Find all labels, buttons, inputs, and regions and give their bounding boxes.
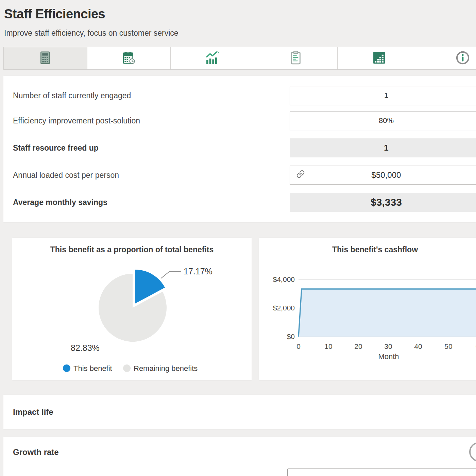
tab-calculator[interactable] [4,47,87,69]
x-tick: 20 [354,342,362,350]
y-tick: $4,000 [273,275,295,283]
x-tick: 0 [296,342,301,350]
staff-engaged-input[interactable]: 1 [290,86,476,105]
form-row: Efficiency improvement post-solution 80% [3,111,476,130]
legend-label-this-benefit: This benefit [73,364,112,373]
cashflow-chart-title: This benefit's cashflow [332,245,418,254]
form-row: Annual loaded cost per person $50,000 [3,166,476,185]
form-row: Number of staff currently engaged 1 [3,86,476,105]
page-title: Staff Efficiencies [4,7,105,21]
annual-cost-value: $50,000 [372,170,401,180]
info-icon [456,51,470,66]
x-tick: 10 [324,342,332,350]
x-tick: 40 [414,342,422,350]
section-impact-life[interactable]: Impact life [3,395,476,429]
legend-swatch-this-benefit [63,364,70,372]
pie-label-secondary: 82.83% [71,343,100,353]
legend-swatch-remaining [123,364,131,372]
benefit-cashflow-chart-card: This benefit's cashflow $4,000 $2,000 $0… [259,238,476,380]
tab-schedule[interactable] [87,47,171,69]
y-tick: $0 [287,333,295,340]
clipboard-icon [290,51,302,66]
schedule-calculator-icon [122,51,136,66]
benefit-cashflow-area-chart: This benefit's cashflow $4,000 $2,000 $0… [259,238,476,380]
monthly-savings-value: $3,333 [290,193,476,212]
growth-rate-input[interactable] [287,469,476,476]
staff-freed-value: 1 [290,138,476,157]
field-label: Staff resource freed up [13,143,99,153]
pie-label-primary: 17.17% [184,267,213,276]
form-row: Staff resource freed up 1 [3,138,476,157]
calculator-icon [39,51,51,66]
efficiency-improvement-input[interactable]: 80% [290,111,476,130]
field-label: Average monthly savings [13,198,107,207]
link-icon[interactable] [296,170,305,181]
trend-chart-icon [205,51,220,66]
benefit-proportion-pie-chart: This benefit as a proportion of total be… [12,238,252,380]
section-label: Growth rate [13,447,59,457]
field-label: Efficiency improvement post-solution [13,116,140,125]
tab-results-chart[interactable] [171,47,254,69]
data-grid-icon [372,51,386,66]
x-axis-label: Month [378,352,399,361]
legend-label-remaining: Remaining benefits [134,364,198,373]
benefit-inputs-card: Number of staff currently engaged 1 Effi… [3,76,476,222]
benefit-proportion-chart-card: This benefit as a proportion of total be… [12,238,252,380]
form-row: Average monthly savings $3,333 [3,193,476,212]
y-tick: $2,000 [273,304,295,312]
benefit-tabbar [3,47,476,70]
tab-summary[interactable] [254,47,338,69]
field-label: Number of staff currently engaged [13,91,131,100]
pie-chart-title: This benefit as a proportion of total be… [50,245,214,254]
x-tick: 30 [384,342,392,350]
x-tick: 50 [444,342,452,350]
cashflow-area-fill [299,289,476,337]
tab-data-grid[interactable] [338,47,421,69]
tab-info[interactable] [421,47,476,69]
page-subtitle: Improve staff efficiency, focus on custo… [4,29,178,38]
pie-callout-line [161,271,181,278]
section-label: Impact life [13,407,53,417]
annual-cost-input[interactable]: $50,000 [290,166,476,185]
field-label: Annual loaded cost per person [13,171,119,180]
